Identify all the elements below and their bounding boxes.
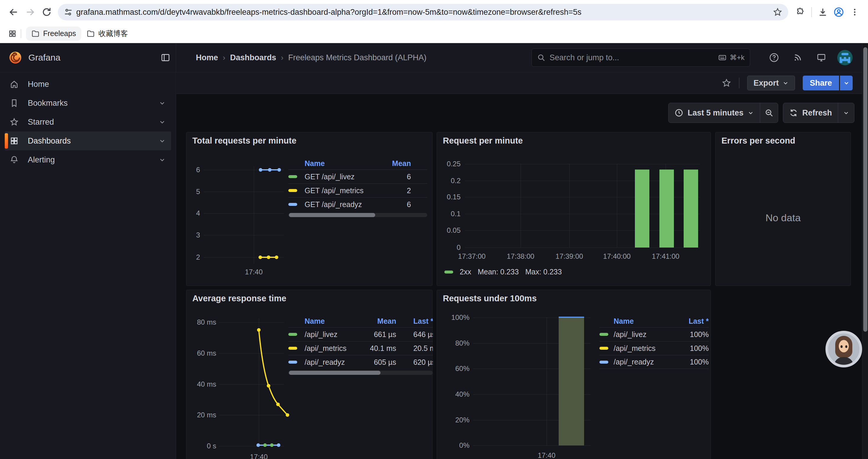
y-tick: 0% [437,441,469,450]
legend-row[interactable]: /api/_readyz 605 µs 620 µs [288,355,433,369]
series-name: /api/_readyz [614,358,676,366]
legend-row[interactable]: /api/_livez 100% [599,327,709,341]
dashboard-main: Export Share Last 5 minutes [176,72,862,459]
legend-scrollbar[interactable] [288,213,427,217]
legend-row[interactable]: GET /api/_livez 6 [288,169,427,184]
apps-grid-icon[interactable] [8,30,17,38]
bookmark-folder-freeleaps[interactable]: Freeleaps [26,27,81,41]
page-scrollbar[interactable] [862,43,868,459]
share-menu-button[interactable] [839,76,852,90]
x-tick: 17:37:00 [451,252,493,261]
chevron-down-icon[interactable] [159,100,166,107]
zoom-out-button[interactable] [760,103,778,123]
legend-col-mean[interactable]: Mean [375,159,411,168]
export-button[interactable]: Export [747,76,795,90]
series-last: 100% [676,344,709,353]
back-button[interactable] [5,4,22,21]
sidebar-item-dashboards[interactable]: Dashboards [5,131,171,150]
toolbar-divider [739,78,740,88]
breadcrumb-dashboards[interactable]: Dashboards [230,53,276,62]
monitor-icon [816,53,826,63]
refresh-interval-button[interactable] [838,103,854,123]
scrollbar-thumb[interactable] [863,47,867,332]
bar-2xx[interactable] [659,169,674,248]
legend-col-last[interactable]: Last * [676,317,709,326]
display-button[interactable] [813,43,830,72]
url-input[interactable] [76,8,773,17]
legend-col-mean[interactable]: Mean [361,317,396,326]
downloads-button[interactable] [815,4,831,20]
browser-toolbar [0,0,868,24]
chevron-down-icon [782,80,789,86]
chevron-down-icon[interactable] [159,137,166,144]
panel-toggle-icon[interactable] [160,53,170,63]
search-box[interactable]: ⌘+k [531,48,750,67]
sidebar-item-home[interactable]: Home [5,75,171,94]
help-button[interactable] [766,43,782,72]
sidebar-item-starred[interactable]: Starred [5,112,171,131]
legend-row[interactable]: /api/_livez 661 µs 646 µs [288,327,433,341]
sidebar-nav: Home Bookmarks Starred Dashboards Alerti [0,72,176,459]
header-brand-section: Grafana [0,43,176,72]
share-button[interactable]: Share [803,76,839,90]
search-input[interactable] [550,53,718,62]
x-tick: 17:40 [532,451,561,459]
extensions-button[interactable] [793,4,808,20]
sidebar-item-label: Bookmarks [28,99,159,108]
assistant-avatar[interactable] [826,331,862,367]
url-bar[interactable] [58,4,788,21]
brand-name: Grafana [28,53,60,63]
legend-col-name[interactable]: Name [305,317,361,326]
chevron-down-icon [747,109,754,116]
panel-avg-response-time: Average response time 80 ms 60 ms 40 ms … [186,290,433,459]
legend-col-last[interactable]: Last * [413,317,433,326]
kebab-menu-icon [850,8,859,17]
bookmarks-bar: Freeleaps 收藏博客 [0,24,868,43]
series-mean: 2 [375,186,411,195]
bar-2xx[interactable] [635,169,649,248]
favorite-star-icon[interactable] [722,78,731,88]
bookmark-star-icon[interactable] [773,7,782,17]
chevron-down-icon[interactable] [159,156,166,163]
browser-menu-button[interactable] [847,4,863,20]
chevron-down-icon[interactable] [159,119,166,126]
profile-icon [833,7,844,18]
site-settings-icon[interactable] [64,8,73,17]
bar-2xx[interactable] [684,169,698,248]
series-mean: 605 µs [361,358,396,366]
panel-requests-under-100ms: Requests under 100ms 100% 80% 60% 40% 20… [437,290,711,459]
breadcrumb-home[interactable]: Home [196,53,218,62]
series-swatch [288,333,297,336]
y-tick: 100% [437,313,469,322]
legend-row[interactable]: GET /api/_metrics 2 [288,184,427,197]
legend-row[interactable]: /api/_metrics 100% [599,341,709,355]
legend-row[interactable]: /api/_metrics 40.1 ms 20.5 ms [288,341,433,355]
y-tick: 40% [437,390,469,399]
panel-total-requests: Total requests per minute 6 5 4 3 2 17:4… [186,132,433,286]
profile-button[interactable] [831,4,847,20]
series-swatch [288,361,297,364]
legend[interactable]: 2xx Mean: 0.233 Max: 0.233 [444,268,562,276]
chevron-down-icon [843,109,849,116]
time-range-button[interactable]: Last 5 minutes [669,103,760,123]
bookmark-folder-blogs[interactable]: 收藏博客 [81,27,133,41]
forward-button[interactable] [22,4,38,21]
legend-col-name[interactable]: Name [305,159,375,168]
time-picker-group: Last 5 minutes [668,103,778,123]
grafana-logo[interactable] [9,51,22,64]
panel-title: Request per minute [443,136,523,145]
legend-col-name[interactable]: Name [614,317,676,326]
legend-scrollbar[interactable] [288,371,433,375]
legend-row[interactable]: /api/_readyz 100% [599,355,709,369]
legend-row[interactable]: GET /api/_readyz 6 [288,197,427,211]
sidebar-item-alerting[interactable]: Alerting [5,150,171,169]
x-tick: 17:38:00 [500,252,541,261]
refresh-button[interactable]: Refresh [783,103,838,123]
bar-percent[interactable] [559,318,584,446]
news-button[interactable] [789,43,806,72]
reload-button[interactable] [38,4,55,21]
sidebar-item-bookmarks[interactable]: Bookmarks [5,94,171,112]
user-avatar[interactable] [837,50,852,65]
series-swatch [599,361,608,364]
series-last: 20.5 ms [413,344,433,353]
